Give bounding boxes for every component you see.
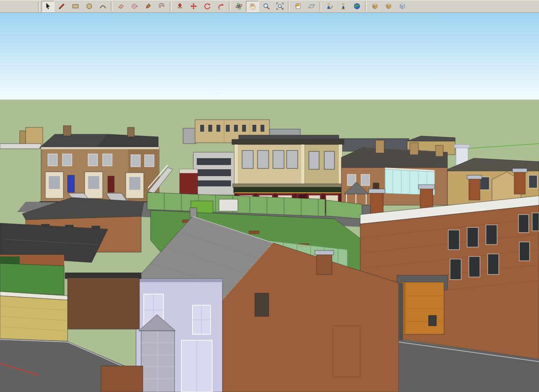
push-pull-tool-button[interactable]: [173, 1, 186, 12]
paint-bucket-icon: [145, 3, 152, 10]
select-cursor-icon: [44, 3, 52, 10]
get-models-button[interactable]: [368, 1, 381, 12]
tape-measure-tool-button[interactable]: [128, 1, 141, 12]
rotate-icon: [204, 3, 211, 10]
toolbar-separator: [38, 2, 40, 11]
rotate-tool-button[interactable]: [201, 1, 213, 12]
magnifier-icon: [263, 3, 270, 10]
orange-shed[interactable]: [397, 275, 447, 334]
toolbar-separator: [288, 2, 290, 11]
toolbar-separator: [365, 2, 367, 11]
toolbar-separator: [320, 2, 321, 11]
follow-me-tool-button[interactable]: [214, 1, 227, 12]
line-tool-button[interactable]: [55, 1, 68, 12]
toggle-terrain-button[interactable]: [305, 1, 318, 12]
toolbar-separator: [111, 2, 113, 11]
3d-scene[interactable]: [0, 13, 539, 392]
cube-icon: [399, 3, 406, 10]
share-model-button[interactable]: [382, 1, 395, 12]
orbit-icon: [235, 3, 243, 10]
pencil-icon: [58, 3, 65, 10]
rectangle-tool-button[interactable]: [69, 1, 82, 12]
push-pull-icon: [176, 3, 184, 10]
corner-shop[interactable]: [180, 169, 198, 194]
eraser-tool-button[interactable]: [114, 1, 127, 12]
figure-blue-icon: [326, 3, 333, 10]
offset-icon: [158, 3, 166, 10]
toolbar-drag-area: [0, 0, 37, 12]
pan-tool-button[interactable]: [246, 1, 259, 12]
left-terrace-houses[interactable]: [39, 126, 159, 203]
globe-icon: [353, 3, 361, 10]
offset-tool-button[interactable]: [155, 1, 168, 12]
rectangle-icon: [72, 3, 79, 10]
arc-icon: [99, 3, 107, 10]
cube-upload-icon: [385, 3, 392, 10]
zoom-tool-button[interactable]: [260, 1, 272, 12]
magnifier-extents-icon: [276, 3, 284, 10]
figure-yellow-icon: [340, 3, 347, 10]
modern-building[interactable]: [193, 152, 234, 195]
google-earth-button[interactable]: [350, 1, 363, 12]
eraser-icon: [117, 3, 124, 10]
model-viewport[interactable]: [0, 13, 539, 392]
select-tool-button[interactable]: [41, 1, 54, 12]
toolbar-separator: [229, 2, 231, 11]
photo-textures-button[interactable]: [323, 1, 336, 12]
zoom-extents-tool-button[interactable]: [273, 1, 286, 12]
toolbar: [0, 0, 539, 13]
add-location-button[interactable]: [337, 1, 349, 12]
move-tool-button[interactable]: [187, 1, 200, 12]
follow-me-icon: [217, 3, 225, 10]
get-current-view-button[interactable]: [291, 1, 304, 12]
circle-tool-button[interactable]: [83, 1, 95, 12]
sky: [0, 13, 539, 100]
circle-icon: [86, 3, 93, 10]
component-button[interactable]: [396, 1, 409, 12]
orbit-tool-button[interactable]: [232, 1, 245, 12]
tape-measure-icon: [131, 3, 138, 10]
paint-bucket-tool-button[interactable]: [142, 1, 154, 12]
move-arrows-icon: [190, 3, 197, 10]
hand-icon: [249, 3, 256, 10]
arc-tool-button[interactable]: [96, 1, 109, 12]
cube-download-icon: [371, 3, 379, 10]
page-arrow-icon: [294, 3, 302, 10]
terrain-icon: [308, 3, 315, 10]
toolbar-separator: [170, 2, 172, 11]
